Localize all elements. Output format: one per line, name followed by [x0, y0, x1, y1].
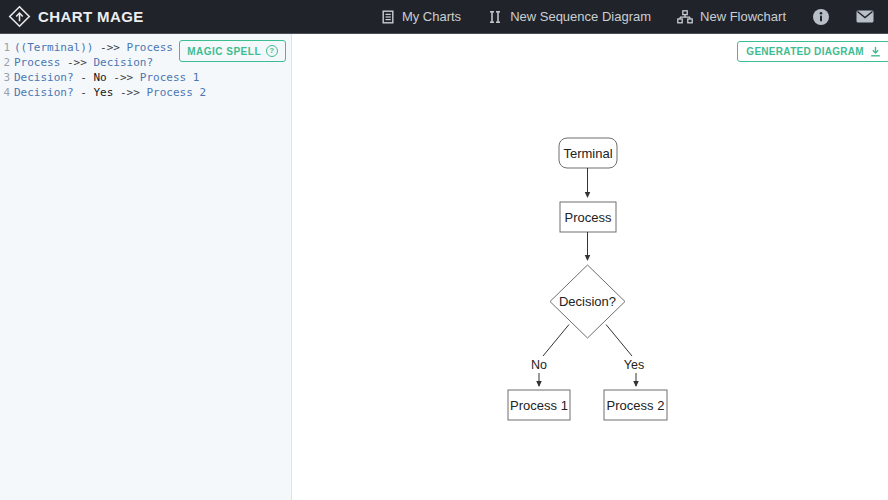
code-line-content: Decision? - Yes ->> Process 2	[14, 85, 206, 100]
code-line[interactable]: 3Decision? - No ->> Process 1	[0, 70, 291, 85]
nav-new-flowchart[interactable]: New Flowchart	[677, 9, 786, 24]
flowchart-icon	[677, 10, 693, 24]
sequence-diagram-icon	[487, 10, 503, 24]
flowchart-svg: Terminal Process Decision? No Process 1 …	[292, 34, 888, 500]
code-line[interactable]: 4Decision? - Yes ->> Process 2	[0, 85, 291, 100]
magic-spell-button[interactable]: MAGIC SPELL ?	[179, 40, 286, 62]
logo[interactable]: CHART MAGE	[8, 5, 144, 28]
line-number: 3	[2, 70, 10, 85]
header: CHART MAGE My Charts New Sequence Diagra…	[0, 0, 888, 34]
info-icon	[812, 8, 830, 26]
main-area: 1((Terminal)) ->> Process2Process ->> De…	[0, 34, 888, 500]
node-process-label: Process	[565, 210, 612, 225]
nav-my-charts[interactable]: My Charts	[381, 9, 461, 24]
nav-label: New Sequence Diagram	[510, 9, 651, 24]
help-icon: ?	[266, 45, 278, 57]
header-nav: My Charts New Sequence Diagram New Flowc…	[381, 8, 874, 26]
nav-label: My Charts	[402, 9, 461, 24]
edge-label-yes: Yes	[624, 358, 644, 372]
edge-decision-process2-diagonal	[606, 325, 632, 357]
magic-spell-label: MAGIC SPELL	[187, 46, 261, 57]
edge-decision-process1-diagonal	[543, 325, 569, 357]
diagram-canvas: GENERATED DIAGRAM Terminal Process	[292, 34, 888, 500]
code-line-content: ((Terminal)) ->> Process	[14, 40, 173, 55]
code-editor[interactable]: 1((Terminal)) ->> Process2Process ->> De…	[0, 34, 292, 500]
node-decision-label: Decision?	[559, 294, 616, 309]
mail-button[interactable]	[856, 10, 874, 23]
nav-new-sequence-diagram[interactable]: New Sequence Diagram	[487, 9, 651, 24]
logo-diamond-arrow-icon	[8, 5, 31, 28]
mail-icon	[856, 10, 874, 23]
line-number: 1	[2, 40, 10, 55]
node-terminal-label: Terminal	[563, 146, 612, 161]
node-process2-label: Process 2	[607, 398, 665, 413]
line-number: 2	[2, 55, 10, 70]
edge-label-no: No	[531, 358, 547, 372]
info-button[interactable]	[812, 8, 830, 26]
code-line-content: Process ->> Decision?	[14, 55, 153, 70]
nav-label: New Flowchart	[700, 9, 786, 24]
code-line-content: Decision? - No ->> Process 1	[14, 70, 199, 85]
logo-text: CHART MAGE	[38, 8, 144, 25]
node-process1-label: Process 1	[510, 398, 568, 413]
line-number: 4	[2, 85, 10, 100]
my-charts-icon	[381, 10, 395, 24]
